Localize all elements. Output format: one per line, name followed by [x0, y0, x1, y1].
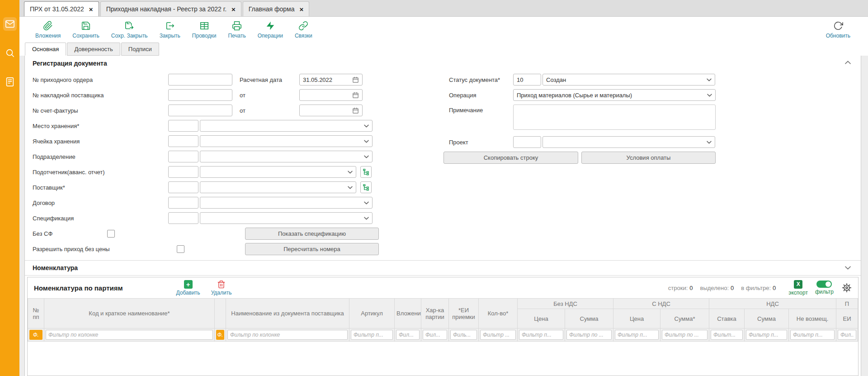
order-no-input[interactable]: [168, 74, 232, 86]
close-tab-icon[interactable]: ×: [89, 6, 93, 13]
accountable-code-input[interactable]: [168, 166, 198, 178]
storage-cell-select[interactable]: [200, 135, 373, 147]
refresh-button[interactable]: Обновить: [820, 17, 856, 43]
search-icon[interactable]: [3, 46, 17, 60]
supplier-hierarchy-button[interactable]: [360, 181, 372, 193]
column-header-price-novat[interactable]: Цена: [518, 309, 565, 328]
invoice-date-input[interactable]: [299, 105, 363, 116]
filter-input[interactable]: [519, 330, 563, 340]
save-close-button[interactable]: Сохр. Закрыть: [105, 17, 154, 43]
tab-main[interactable]: Основная: [25, 43, 66, 56]
operations-button[interactable]: Операции: [252, 17, 289, 43]
column-header-article[interactable]: Артикул: [349, 299, 395, 328]
column-header-unit[interactable]: ЕИ: [836, 309, 858, 328]
calendar-icon[interactable]: [352, 76, 359, 83]
supplier-code-input[interactable]: [168, 181, 198, 193]
add-row-button[interactable]: + Добавить: [176, 280, 200, 296]
mail-icon[interactable]: [3, 17, 17, 31]
close-tab-icon[interactable]: ×: [300, 6, 304, 13]
delete-row-button[interactable]: Удалить: [211, 280, 232, 296]
specification-select[interactable]: [200, 212, 373, 224]
division-code-input[interactable]: [168, 151, 198, 162]
project-code-input[interactable]: [513, 136, 541, 148]
toggle-on-icon[interactable]: [816, 281, 832, 288]
storage-cell-code-input[interactable]: [168, 135, 198, 147]
show-specification-button[interactable]: Показать спецификацию: [245, 228, 379, 240]
postings-button[interactable]: Проводки: [186, 17, 222, 43]
supplier-doc-date-input[interactable]: [299, 89, 363, 101]
filter-options-button[interactable]: Ф.: [216, 330, 224, 340]
calendar-icon[interactable]: [352, 107, 359, 114]
division-select[interactable]: [200, 151, 373, 162]
column-header-price-vat[interactable]: Цена: [613, 309, 660, 328]
column-header-nonrefund[interactable]: Не возмещ.: [789, 309, 836, 328]
contract-code-input[interactable]: [168, 197, 198, 209]
filter-input[interactable]: [480, 330, 516, 340]
tab-power-of-attorney[interactable]: Доверенность: [67, 43, 120, 56]
attachments-button[interactable]: Вложения: [29, 17, 66, 43]
filter-toggle[interactable]: фильтр: [815, 281, 834, 295]
settings-gear-icon[interactable]: [842, 283, 852, 293]
filter-input[interactable]: [396, 330, 420, 340]
filter-input[interactable]: [838, 330, 856, 340]
column-header-quantity[interactable]: Кол-во*: [479, 299, 518, 328]
calc-date-input[interactable]: 31.05.2022: [299, 74, 363, 86]
column-header-attachments[interactable]: Вложени: [395, 299, 421, 328]
links-button[interactable]: Связки: [289, 17, 318, 43]
filter-input[interactable]: [227, 330, 348, 340]
supplier-doc-no-input[interactable]: [168, 89, 232, 101]
window-tab-document[interactable]: ПРХ от 31.05.2022 ×: [24, 1, 99, 16]
contract-select[interactable]: [200, 197, 373, 209]
allow-no-price-checkbox[interactable]: [177, 245, 184, 253]
filter-input[interactable]: [746, 330, 787, 340]
column-header-sum-vat[interactable]: Сумма*: [660, 309, 709, 328]
accountable-select[interactable]: [200, 166, 356, 178]
filter-input[interactable]: [790, 330, 835, 340]
column-header-vat-sum[interactable]: Сумма: [745, 309, 789, 328]
table-empty-body[interactable]: [28, 342, 858, 376]
catalog-icon[interactable]: [3, 75, 17, 89]
status-code-input[interactable]: 10: [513, 74, 541, 86]
specification-code-input[interactable]: [168, 212, 198, 224]
filter-input[interactable]: [423, 330, 447, 340]
chevron-down-icon[interactable]: [845, 266, 851, 270]
save-button[interactable]: Сохранить: [66, 17, 105, 43]
storage-select[interactable]: [200, 120, 373, 132]
filter-input[interactable]: [46, 330, 213, 340]
no-invoice-checkbox[interactable]: [107, 230, 115, 238]
window-tab-registry[interactable]: Приходная накладная - Реестр за 2022 г. …: [100, 1, 241, 16]
filter-input[interactable]: [711, 330, 743, 340]
column-header-rate[interactable]: Ставка: [709, 309, 745, 328]
column-header-sum-novat[interactable]: Сумма: [565, 309, 613, 328]
recalculate-numbers-button[interactable]: Пересчитать номера: [245, 243, 379, 255]
window-tab-main-form[interactable]: Главная форма ×: [243, 1, 309, 16]
export-excel-button[interactable]: X экспорт: [788, 280, 808, 296]
close-button[interactable]: Закрыть: [154, 17, 186, 43]
chevron-up-icon[interactable]: [845, 61, 851, 64]
payment-terms-button[interactable]: Условия оплаты: [581, 152, 716, 164]
filter-options-button[interactable]: Ф.: [29, 330, 42, 340]
tab-signatures[interactable]: Подписи: [121, 43, 159, 56]
filter-input[interactable]: [566, 330, 612, 340]
filter-input[interactable]: [662, 330, 708, 340]
column-header-unit-receipt[interactable]: *ЕИ приемки: [449, 299, 479, 328]
print-button[interactable]: Печать: [222, 17, 251, 43]
operation-select[interactable]: Приход материалов (Сырье и материалы): [513, 89, 716, 101]
invoice-no-input[interactable]: [168, 105, 232, 116]
column-header-code-name[interactable]: Код и краткое наименование*: [44, 299, 215, 328]
column-header-batch-char[interactable]: Хар-ка партии: [421, 299, 449, 328]
column-header-npp[interactable]: № пп: [28, 299, 44, 328]
project-select[interactable]: [542, 136, 715, 148]
storage-code-input[interactable]: [168, 120, 198, 132]
status-select[interactable]: Создан: [542, 74, 715, 86]
column-header-supplier-name[interactable]: Наименование из документа поставщика: [226, 299, 349, 328]
calendar-icon[interactable]: [352, 92, 359, 99]
note-textarea[interactable]: [513, 105, 716, 130]
accountable-hierarchy-button[interactable]: [360, 166, 372, 178]
supplier-select[interactable]: [200, 181, 356, 193]
filter-input[interactable]: [450, 330, 477, 340]
filter-input[interactable]: [351, 330, 393, 340]
filter-input[interactable]: [615, 330, 659, 340]
close-tab-icon[interactable]: ×: [231, 6, 236, 13]
copy-row-button[interactable]: Скопировать строку: [443, 152, 578, 164]
